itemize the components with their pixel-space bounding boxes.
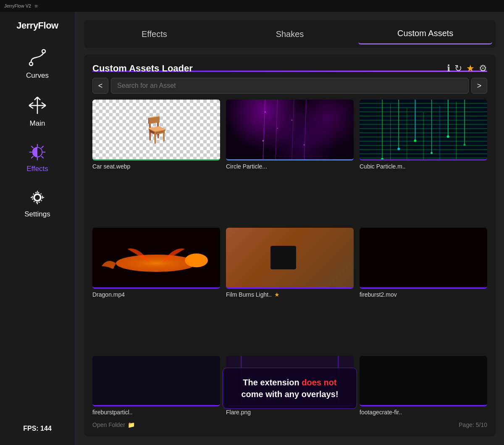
page-info: Page: 5/10: [459, 421, 487, 428]
sidebar-item-effects-label: Effects: [26, 165, 48, 173]
gear-icon: [28, 188, 47, 207]
circle-particle-image: [226, 100, 354, 159]
svg-rect-53: [241, 356, 242, 405]
svg-line-25: [292, 100, 294, 159]
svg-line-24: [276, 100, 278, 159]
film-burns-image: [226, 228, 354, 287]
asset-label-footagecrate: footagecrate-fir..: [360, 409, 487, 416]
asset-thumb-footagecrate: [360, 356, 487, 406]
sidebar-item-settings-label: Settings: [24, 210, 50, 219]
asset-thumb-circle-particle: [226, 100, 354, 161]
svg-point-31: [303, 144, 305, 146]
svg-point-28: [277, 128, 278, 129]
prev-button[interactable]: <: [92, 78, 108, 94]
film-burns-star: ★: [274, 291, 280, 298]
fps-display: FPS: 144: [23, 425, 52, 437]
asset-label-fireburstparticle: fireburstparticl..: [92, 409, 220, 416]
asset-thumb-fireburstparticle: [92, 356, 220, 406]
tabs-bar: Effects Shakes Custom Assets: [84, 20, 496, 48]
svg-point-51: [116, 255, 197, 272]
next-button[interactable]: >: [471, 78, 487, 94]
svg-line-23: [263, 100, 265, 159]
svg-point-47: [447, 135, 449, 138]
info-icon[interactable]: ℹ: [447, 63, 450, 74]
svg-point-20: [34, 195, 40, 200]
svg-rect-54: [338, 356, 339, 405]
search-bar: < >: [92, 78, 487, 94]
asset-thumb-film-burns: [226, 228, 354, 289]
asset-label-car-seat: Car seat.webp: [92, 163, 220, 170]
asset-item-flare[interactable]: Flare.png: [226, 356, 354, 416]
svg-line-17: [32, 156, 33, 158]
car-seat-image: 🪑: [92, 100, 220, 159]
star-icon[interactable]: ★: [466, 63, 475, 74]
panel-footer: Open Folder 📁 Page: 5/10: [92, 421, 487, 428]
anchor-icon: [27, 95, 48, 116]
asset-thumb-cubic-particle: [360, 100, 487, 161]
svg-point-29: [262, 140, 264, 142]
menu-icon[interactable]: ≡: [34, 3, 38, 9]
app-body: JerryFlow Curves Main: [0, 12, 504, 445]
sidebar-item-settings[interactable]: Settings: [0, 181, 75, 226]
tab-effects[interactable]: Effects: [87, 24, 221, 45]
svg-point-45: [414, 140, 416, 142]
asset-item-circle-particle[interactable]: Circle Particle...: [226, 100, 354, 222]
svg-line-16: [42, 146, 43, 148]
panel-header-container: Custom Assets Loader ℹ ↻ ★ ⚙: [92, 63, 487, 72]
asset-item-film-burns[interactable]: Film Burns Light.. ★: [226, 228, 354, 350]
asset-item-cubic-particle[interactable]: Cubic Particle.m..: [360, 100, 487, 222]
sidebar-item-main-label: Main: [30, 119, 45, 128]
asset-thumb-flare: [226, 356, 354, 406]
main-content: Effects Shakes Custom Assets Custom Asse…: [76, 12, 504, 445]
partial-row-container: fireburstparticl.. Flare.png: [92, 356, 487, 416]
sidebar-item-effects[interactable]: Effects: [0, 135, 75, 181]
asset-label-film-burns: Film Burns Light.. ★: [226, 291, 354, 298]
open-folder-button[interactable]: Open Folder 📁: [92, 421, 135, 428]
tab-shakes[interactable]: Shakes: [223, 24, 357, 45]
svg-rect-52: [241, 356, 339, 405]
effects-sun-icon: [28, 143, 47, 161]
svg-point-30: [291, 119, 292, 121]
svg-line-15: [42, 156, 43, 158]
curves-icon: [27, 47, 48, 68]
folder-icon: 📁: [128, 421, 135, 428]
asset-item-dragon[interactable]: Dragon.mp4: [92, 228, 220, 350]
asset-item-footagecrate[interactable]: footagecrate-fir..: [360, 356, 487, 416]
sidebar-item-curves-label: Curves: [26, 71, 49, 80]
svg-line-14: [32, 146, 33, 148]
asset-item-car-seat[interactable]: 🪑 Car seat.webp: [92, 100, 220, 222]
svg-point-43: [381, 158, 383, 159]
asset-item-fireburst2[interactable]: fireburst2.mov: [360, 228, 487, 350]
asset-thumb-fireburst2: [360, 228, 487, 289]
svg-point-48: [463, 144, 465, 146]
svg-point-44: [397, 148, 400, 150]
svg-line-26: [304, 100, 306, 159]
asset-label-cubic-particle: Cubic Particle.m..: [360, 163, 487, 170]
asset-label-dragon: Dragon.mp4: [92, 291, 220, 298]
search-input[interactable]: [111, 78, 469, 94]
custom-assets-panel: Custom Assets Loader ℹ ↻ ★ ⚙ < >: [84, 55, 496, 437]
app-name: JerryFlow V2: [4, 3, 31, 8]
asset-label-flare: Flare.png: [226, 409, 354, 416]
fireburst2-image: [360, 228, 487, 287]
asset-grid: 🪑 Car seat.webp: [92, 100, 487, 350]
settings-icon[interactable]: ⚙: [479, 63, 487, 74]
asset-item-fireburstparticle[interactable]: fireburstparticl..: [92, 356, 220, 416]
logo: JerryFlow: [16, 16, 58, 39]
panel-title: Custom Assets Loader: [92, 63, 443, 74]
sidebar-item-main[interactable]: Main: [0, 87, 75, 135]
cubic-particle-image: [360, 100, 487, 159]
svg-point-0: [29, 62, 33, 66]
svg-point-27: [264, 111, 266, 113]
svg-point-1: [42, 50, 45, 53]
asset-label-fireburst2: fireburst2.mov: [360, 291, 487, 298]
asset-label-circle-particle: Circle Particle...: [226, 163, 354, 170]
asset-thumb-car-seat: 🪑: [92, 100, 220, 161]
panel-header: Custom Assets Loader ℹ ↻ ★ ⚙: [92, 63, 487, 74]
refresh-icon[interactable]: ↻: [454, 63, 462, 74]
dragon-image: [92, 228, 220, 287]
sidebar-item-curves[interactable]: Curves: [0, 39, 75, 87]
titlebar: JerryFlow V2 ≡: [0, 0, 504, 12]
tab-custom-assets[interactable]: Custom Assets: [358, 24, 492, 45]
svg-point-46: [430, 152, 433, 154]
